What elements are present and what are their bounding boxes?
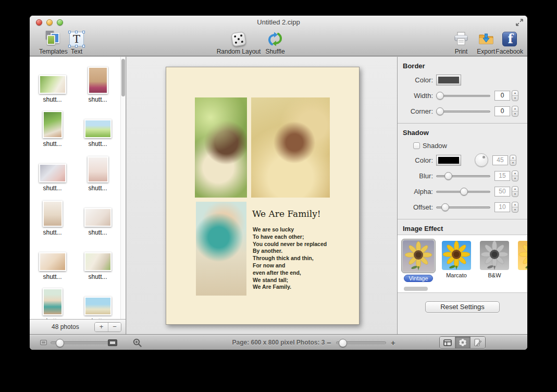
photo-item[interactable]: shutt... (30, 192, 75, 236)
border-corner-field[interactable]: 0 (494, 106, 510, 116)
shuffle-button[interactable]: Shuffle (263, 30, 287, 55)
shadow-blur-field[interactable]: 15 (494, 171, 510, 181)
shadow-angle-stepper[interactable]: ▲▼ (510, 155, 516, 166)
photo-item[interactable]: shutt... (75, 192, 120, 236)
effects-scrollbar[interactable] (398, 286, 527, 291)
reset-settings-button[interactable]: Reset Settings (425, 301, 500, 313)
effect-selection-highlight (401, 239, 436, 273)
shadow-offset-slider[interactable] (436, 203, 490, 211)
photo-thumbnail[interactable] (39, 252, 66, 271)
minimize-button[interactable] (46, 19, 53, 26)
photo-thumbnail[interactable] (84, 208, 112, 227)
collage-poem-text[interactable]: We are so lucky To have each other; You … (253, 226, 327, 291)
facebook-button[interactable]: f Facebook (496, 30, 523, 55)
text-button[interactable]: T Text (69, 30, 84, 55)
photo-thumbnail[interactable] (88, 67, 108, 94)
collage-page[interactable]: We Are Family! We are so lucky To have e… (166, 67, 360, 325)
photo-item[interactable]: shutt... (30, 59, 75, 103)
photo-thumbnail[interactable] (39, 164, 66, 182)
shadow-offset-field[interactable]: 10 (494, 202, 510, 212)
sidebar-scrollbar[interactable] (120, 57, 126, 319)
shadow-blur-slider[interactable] (436, 172, 490, 180)
zoom-out-button[interactable]: − (327, 338, 331, 347)
photo-thumbnail[interactable] (88, 156, 108, 182)
photo-thumbnail[interactable] (84, 297, 112, 315)
fullscreen-icon[interactable] (516, 19, 523, 28)
zoom-in-button[interactable]: + (391, 338, 395, 347)
print-button[interactable]: Print (453, 30, 469, 55)
window-chrome: Untitled 2.cipp Templates (30, 16, 527, 56)
titlebar[interactable]: Untitled 2.cipp (30, 16, 527, 29)
image-effect-section-header: Image Effect (403, 225, 527, 232)
image-effect-strip: Vintage Marcato B&W (398, 235, 527, 293)
shadow-checkbox[interactable] (413, 142, 420, 149)
shadow-alpha-stepper[interactable]: ▲▼ (512, 186, 518, 197)
border-width-stepper[interactable]: ▲▼ (512, 90, 518, 101)
effect-item-bw[interactable]: B&W (478, 239, 511, 282)
photo-item[interactable]: shutt... (30, 148, 75, 192)
shadow-color-well[interactable] (436, 155, 461, 166)
border-color-label: Color: (398, 76, 433, 84)
photo-thumbnail[interactable] (43, 201, 63, 227)
text-icon: T (69, 32, 84, 46)
photo-label: shutt... (43, 96, 61, 103)
collage-photo-3[interactable] (196, 202, 246, 296)
canvas-area[interactable]: We Are Family! We are so lucky To have e… (127, 57, 397, 334)
border-width-slider[interactable] (436, 92, 490, 100)
shadow-section-header: Shadow (403, 129, 527, 137)
effects-view-button[interactable] (455, 337, 470, 348)
random-layout-button[interactable]: Random Layout (216, 30, 261, 55)
toolbar: Templates T Text (30, 29, 527, 56)
photo-thumbnail[interactable] (39, 75, 66, 94)
border-corner-stepper[interactable]: ▲▼ (512, 106, 518, 117)
export-button[interactable]: Export (477, 30, 495, 55)
shadow-alpha-slider[interactable] (436, 188, 490, 195)
effect-item-antique[interactable]: An (516, 239, 527, 282)
border-color-well[interactable] (436, 75, 461, 85)
photo-item[interactable]: shutt... (30, 236, 75, 280)
export-label: Export (477, 48, 495, 55)
collage-title-text[interactable]: We Are Family! (252, 209, 321, 219)
photo-thumbnail[interactable] (84, 252, 112, 271)
dice-icon (231, 31, 246, 46)
shadow-angle-dial[interactable] (475, 153, 488, 167)
photo-item[interactable]: shutt... (30, 103, 75, 148)
traffic-lights (36, 19, 63, 26)
effect-item-marcato[interactable]: Marcato (440, 239, 473, 282)
border-corner-slider[interactable] (436, 107, 490, 115)
canvas-zoom-slider[interactable] (336, 339, 386, 347)
edit-view-button[interactable] (470, 337, 485, 348)
shadow-alpha-field[interactable]: 50 (494, 187, 510, 197)
effect-item-vintage[interactable]: Vintage (402, 239, 435, 282)
photo-label: shutt... (88, 185, 107, 192)
scrollbar-thumb[interactable] (404, 287, 428, 291)
shadow-angle-field[interactable]: 45 (492, 155, 508, 165)
shadow-offset-stepper[interactable]: ▲▼ (512, 202, 518, 213)
photo-item[interactable]: shutt... (75, 236, 120, 280)
photo-label: shutt... (43, 229, 61, 236)
border-width-field[interactable]: 0 (494, 91, 510, 101)
zoom-button[interactable] (57, 19, 63, 26)
photo-label: shutt... (88, 229, 107, 236)
photo-thumbnail[interactable] (43, 111, 63, 138)
add-photo-button[interactable]: + (95, 323, 108, 332)
app-window: Untitled 2.cipp Templates (30, 16, 527, 350)
scrollbar-thumb[interactable] (121, 59, 125, 96)
photo-item[interactable]: shutt... (75, 148, 120, 192)
photo-thumbnail[interactable] (84, 119, 112, 138)
status-bar: Page: 600 x 800 pixel Photos: 3 − + (30, 334, 527, 350)
shadow-color-label: Color: (398, 156, 433, 164)
effect-label: B&W (488, 272, 501, 278)
templates-button[interactable]: Templates (39, 30, 68, 55)
photo-item[interactable]: shutt... (75, 280, 120, 319)
close-button[interactable] (36, 19, 42, 26)
photo-item[interactable]: shutt... (30, 280, 75, 319)
remove-photo-button[interactable]: − (108, 323, 121, 332)
shadow-blur-stepper[interactable]: ▲▼ (512, 170, 518, 181)
photo-thumbnail[interactable] (43, 288, 63, 315)
photo-item[interactable]: shutt... (75, 103, 120, 148)
collage-photo-2[interactable] (251, 97, 330, 198)
layout-view-button[interactable] (440, 337, 455, 348)
photo-item[interactable]: shutt... (75, 59, 120, 103)
collage-photo-1[interactable] (195, 97, 247, 198)
